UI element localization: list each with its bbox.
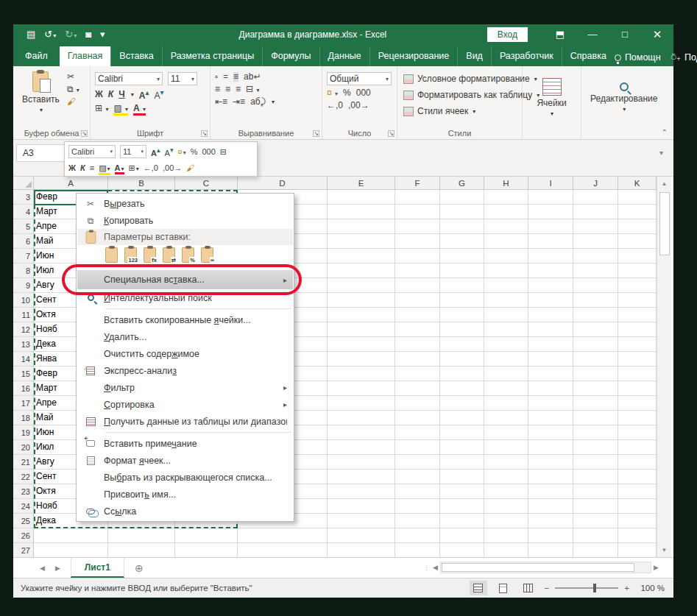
cell-F4[interactable] — [395, 205, 440, 219]
zoom-slider[interactable] — [555, 587, 618, 589]
cell-I23[interactable] — [528, 484, 573, 499]
cell-J12[interactable] — [573, 322, 618, 337]
cell-H24[interactable] — [484, 499, 528, 514]
cell-K20[interactable] — [618, 440, 657, 455]
cell-E3[interactable] — [328, 190, 395, 205]
menu-item-выбрать-из-раскрывающегося-списка-[interactable]: Выбрать из раскрывающегося списка... — [77, 469, 293, 486]
comma-format-icon[interactable]: 000 — [356, 88, 371, 98]
row-header-7[interactable]: 7 — [13, 249, 34, 263]
cell-I15[interactable] — [528, 367, 573, 381]
cell-J19[interactable] — [573, 425, 618, 440]
page-layout-view-button[interactable] — [495, 581, 512, 595]
cell-I14[interactable] — [528, 352, 573, 367]
cell-J4[interactable] — [573, 205, 618, 219]
row-header-22[interactable]: 22 — [13, 470, 34, 484]
cell-K7[interactable] — [618, 249, 657, 263]
cell-G16[interactable] — [440, 381, 484, 396]
cell-H14[interactable] — [484, 352, 528, 367]
cell-I12[interactable] — [528, 322, 573, 337]
cell-K17[interactable] — [618, 396, 657, 411]
align-bottom-icon[interactable]: ≡ — [233, 72, 238, 82]
grow-font-button[interactable]: А▴ — [139, 88, 149, 101]
menu-item-удалить-[interactable]: Удалить... — [77, 328, 293, 345]
vertical-scroll-thumb[interactable] — [659, 192, 670, 255]
cell-H12[interactable] — [484, 322, 528, 337]
cell-E21[interactable] — [328, 455, 395, 470]
cell-F8[interactable] — [395, 263, 440, 278]
align-center-icon[interactable]: ≡ — [225, 85, 230, 94]
zoom-out-icon[interactable]: − — [545, 584, 550, 592]
cell-J13[interactable] — [573, 337, 618, 352]
row-header-25[interactable]: 25 — [13, 514, 34, 528]
cell-J23[interactable] — [573, 484, 618, 499]
cell-K21[interactable] — [618, 455, 657, 470]
helper-button[interactable]: Помощн — [615, 52, 661, 63]
menu-item-интеллектуальный-поиск[interactable]: Интеллектуальный поиск — [77, 289, 293, 306]
share-button[interactable]: ⍥₊Поделиться — [671, 52, 697, 63]
cell-J11[interactable] — [573, 308, 618, 322]
cell-G3[interactable] — [440, 190, 484, 205]
cell-K16[interactable] — [618, 381, 657, 396]
row-header-24[interactable]: 24 — [13, 499, 34, 514]
cell-F13[interactable] — [395, 337, 440, 352]
cell-styles-button[interactable]: Стили ячеек▾ — [402, 105, 517, 118]
cell-K27[interactable] — [618, 543, 657, 557]
cell-I8[interactable] — [528, 263, 573, 278]
cell-I26[interactable] — [528, 528, 573, 543]
paste-icon[interactable] — [105, 247, 118, 263]
cell-E7[interactable] — [328, 249, 395, 263]
cell-E20[interactable] — [328, 440, 395, 455]
sign-in-button[interactable]: Вход — [487, 27, 528, 42]
cell-K15[interactable] — [618, 367, 657, 381]
number-format-select[interactable]: Общий▾ — [327, 72, 392, 85]
cell-K6[interactable] — [618, 234, 657, 249]
row-header-19[interactable]: 19 — [13, 425, 34, 440]
wrap-text-button[interactable]: ab↵ — [244, 72, 261, 82]
cell-H3[interactable] — [484, 190, 528, 205]
cell-K24[interactable] — [618, 499, 657, 514]
copy-icon[interactable]: ⧉ ▾ — [67, 85, 79, 94]
menu-item-получить-данные-из-таблицы-или-диапазона-[interactable]: Получить данные из таблицы или диапазона… — [77, 413, 293, 430]
cell-E6[interactable] — [328, 234, 395, 249]
row-header-11[interactable]: 11 — [13, 308, 34, 322]
row-header-16[interactable]: 16 — [13, 381, 34, 396]
cell-F12[interactable] — [395, 322, 440, 337]
menu-item-специальная-вставка-[interactable]: Специальная вставка...▸ — [77, 270, 293, 289]
cell-H20[interactable] — [484, 440, 528, 455]
cell-J5[interactable] — [573, 219, 618, 234]
increase-indent-icon[interactable]: ⇥≡ — [233, 97, 245, 107]
number-dialog-launcher[interactable]: ↘ — [388, 130, 395, 137]
font-dialog-launcher[interactable]: ↘ — [201, 130, 208, 137]
cell-I24[interactable] — [528, 499, 573, 514]
cell-K19[interactable] — [618, 425, 657, 440]
mini-comma-icon[interactable]: 000 — [202, 147, 215, 156]
cell-E8[interactable] — [328, 263, 395, 278]
cell-E17[interactable] — [328, 396, 395, 411]
shrink-font-button[interactable]: А▾ — [154, 88, 163, 101]
cell-H8[interactable] — [484, 263, 528, 278]
tab-Вставка[interactable]: Вставка — [110, 46, 161, 66]
row-header-5[interactable]: 5 — [13, 219, 34, 234]
mini-bold-icon[interactable]: Ж — [68, 163, 76, 172]
borders-button[interactable]: ⊞ ▾ — [95, 104, 108, 113]
cell-F16[interactable] — [395, 381, 440, 396]
clipboard-dialog-launcher[interactable]: ↘ — [81, 130, 88, 137]
cell-H19[interactable] — [484, 425, 528, 440]
cell-G7[interactable] — [440, 249, 484, 263]
cell-E4[interactable] — [328, 205, 395, 219]
cell-F17[interactable] — [395, 396, 440, 411]
column-header-E[interactable]: E — [328, 177, 395, 190]
conditional-formatting-button[interactable]: Условное форматирование▾ — [402, 72, 517, 85]
row-header-12[interactable]: 12 — [13, 322, 34, 337]
cell-J10[interactable] — [573, 293, 618, 308]
cell-F11[interactable] — [395, 308, 440, 322]
cell-F27[interactable] — [395, 543, 440, 557]
mini-fill-color-icon[interactable]: ▨▾ — [99, 163, 110, 173]
mini-grow-font-icon[interactable]: А▴ — [151, 146, 160, 157]
align-middle-icon[interactable]: = — [223, 72, 228, 82]
cell-C27[interactable] — [175, 543, 238, 557]
cell-J18[interactable] — [573, 411, 618, 425]
cell-F3[interactable] — [395, 190, 440, 205]
mini-format-painter-icon[interactable]: 🖌︎ — [186, 163, 194, 172]
mini-shrink-font-icon[interactable]: А▾ — [165, 146, 174, 157]
